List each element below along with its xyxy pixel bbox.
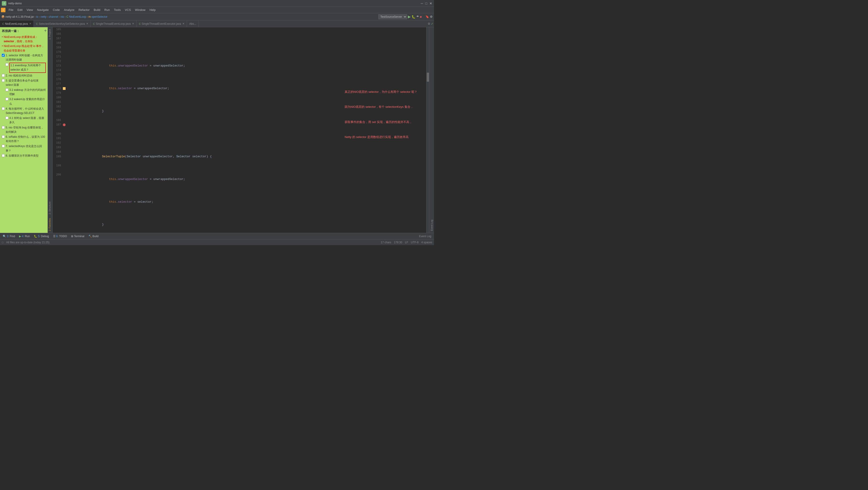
settings-button[interactable]: ⚙ [430, 15, 433, 19]
coverage-button[interactable]: ☂ [416, 15, 419, 19]
debug-tool-button[interactable]: 🐛 5: Debug [32, 234, 51, 238]
menu-vcs[interactable]: VCS [123, 7, 133, 12]
nav-nioeventloop[interactable]: NioEventLoop [69, 15, 86, 19]
terminal-label: Terminal [74, 235, 84, 238]
todo-label: TODO [59, 235, 67, 238]
check-item-3-2: 3.2 wakenUp 变量的作用是什么 [2, 97, 46, 106]
checkbox-4[interactable] [2, 107, 5, 110]
tab-singlethreadeventexecutor[interactable]: C SingleThreadEventExecutor.java ✕ [136, 21, 187, 27]
todo-button[interactable]: ☰ 6: TODO [51, 234, 69, 238]
check-item-6: 6. ioRatio 控制什么，设置为 100 有何作用？ [2, 135, 46, 144]
checkbox-5[interactable] [2, 126, 5, 129]
tab-icon-executor: C [139, 23, 141, 25]
find-button[interactable]: 🔍 3: Find [1, 234, 17, 238]
check-item-2: 2. nio 线程在何时启动 [2, 73, 46, 78]
side-panel-tabs: 1: Project 2: Structure 2: Favorites [48, 27, 53, 233]
run-tool-icon: ▶ [19, 235, 21, 238]
encoding[interactable]: UTF-8 [411, 241, 418, 244]
nav-nio[interactable]: nio [61, 15, 64, 19]
code-line-171: this.selector = selector; [70, 195, 422, 200]
menu-tools[interactable]: Tools [112, 7, 123, 12]
nav-bar: 📦 netty-all-4.1.39.Final.jar › io › nett… [0, 13, 434, 21]
checkbox-4-1[interactable] [5, 116, 8, 119]
code-line-167: } [70, 104, 422, 109]
run-config-select[interactable]: TestSourceServer [378, 14, 407, 19]
menu-edit[interactable]: Edit [16, 7, 24, 12]
right-side-panel: Event Log [429, 27, 434, 233]
project-tab[interactable]: 1: Project [48, 27, 53, 41]
menu-file[interactable]: File [7, 7, 15, 12]
build-button[interactable]: 🔨 Build [87, 234, 100, 238]
menu-code[interactable]: Code [51, 7, 62, 12]
bookmark-button[interactable]: 🔖 [425, 15, 429, 19]
tab-selectedselection[interactable]: C SelectedSelectionKeySetSelector.java ✕ [34, 21, 91, 27]
close-button[interactable]: ✕ [430, 2, 432, 5]
checkbox-3-2[interactable] [5, 98, 8, 100]
event-log-bottom[interactable]: Event Log [417, 235, 433, 238]
tab-close-singlethread[interactable]: ✕ [132, 22, 134, 25]
menu-window[interactable]: Window [133, 7, 147, 12]
checkbox-2[interactable] [2, 74, 5, 77]
event-log-tab[interactable]: Event Log [430, 218, 434, 233]
checkbox-8[interactable] [2, 154, 5, 157]
breakpoint-178[interactable] [63, 87, 66, 90]
run-tool-label: Run [25, 235, 30, 238]
checkbox-7[interactable] [2, 145, 5, 148]
tab-close-executor[interactable]: ✕ [182, 22, 184, 25]
indent[interactable]: 4 spaces [421, 241, 432, 244]
code-line-170: this.unwrappedSelector = unwrappedSelect… [70, 173, 422, 177]
vertical-scrollbar[interactable] [426, 27, 429, 233]
cursor-position[interactable]: 178:30 [394, 241, 402, 244]
main-layout: + 再强调一遍： • NioEventLoop 的重要组成：selector，线… [0, 27, 434, 233]
menu-navigate[interactable]: Navigate [35, 7, 50, 12]
nav-channel[interactable]: channel [49, 15, 58, 19]
note-item-2: • NioEventLoop 既会处理 io 事件，也会处理普通任务 [2, 44, 46, 53]
tab-bar: C NioEventLoop.java ✕ C SelectedSelectio… [0, 21, 434, 27]
build-icon: 🔨 [89, 235, 92, 238]
debug-button[interactable]: 🐛 [411, 15, 415, 19]
menu-refactor[interactable]: Refactor [77, 7, 91, 12]
add-note-button[interactable]: + [44, 28, 47, 33]
terminal-button[interactable]: ⊞ Terminal [69, 234, 86, 238]
stop-button[interactable]: ■ [420, 15, 422, 19]
check-item-1: 1. selector 何时创建 - 在构造方法调用时创建 [2, 53, 46, 62]
nav-openselector[interactable]: openSelector [91, 15, 107, 19]
menu-help[interactable]: Help [148, 7, 157, 12]
checkbox-6[interactable] [2, 135, 5, 138]
run-tool-button[interactable]: ▶ 4: Run [17, 234, 32, 238]
gutter [63, 27, 68, 233]
menu-build[interactable]: Build [92, 7, 102, 12]
find-num: 3: [7, 235, 9, 238]
editor-settings-button[interactable]: ⚙ [428, 22, 430, 25]
menu-view[interactable]: View [25, 7, 35, 12]
line-ending[interactable]: LF [405, 241, 408, 244]
run-button[interactable]: ▶ [408, 14, 411, 19]
structure-tab[interactable]: 2: Structure [48, 200, 53, 216]
tab-close-nioeventloop[interactable]: ✕ [29, 22, 31, 25]
breakpoint-187[interactable] [63, 123, 66, 126]
statusbar-right: 17 chars 178:30 LF UTF-8 4 spaces [381, 241, 432, 244]
checkbox-3-1[interactable] [5, 88, 8, 91]
nav-io[interactable]: io [36, 15, 38, 19]
checkbox-1-1[interactable] [5, 63, 8, 66]
tab-close-selectedselection[interactable]: ✕ [86, 22, 88, 25]
code-editor: 165 166 167 168 169 170 171 172 173 174 … [53, 27, 429, 233]
code-container[interactable]: 165 166 167 168 169 170 171 172 173 174 … [53, 27, 429, 233]
minimize-button[interactable]: ─ [421, 2, 423, 5]
tab-icon-nioeventloop: C [2, 23, 4, 25]
statusbar-left: □ All files are up-to-date (today 21:25) [2, 241, 50, 244]
scrollbar-thumb[interactable] [427, 73, 429, 82]
menu-run[interactable]: Run [102, 7, 112, 12]
menu-bar: ✦ File Edit View Navigate Code Analyze R… [0, 7, 434, 13]
checkbox-3[interactable] [2, 79, 5, 82]
tab-singlethreadeventloop[interactable]: C SingleThreadEventLoop.java ✕ [91, 21, 136, 27]
menu-analyze[interactable]: Analyze [62, 7, 76, 12]
tab-nioeventloop[interactable]: C NioEventLoop.java ✕ [0, 21, 34, 27]
favorites-tab[interactable]: 2: Favorites [48, 216, 53, 233]
tab-abs[interactable]: Abs... [187, 21, 199, 27]
debug-tool-icon: 🐛 [34, 235, 37, 238]
nav-netty[interactable]: netty [41, 15, 46, 19]
maximize-button[interactable]: □ [425, 2, 427, 5]
checkbox-1[interactable] [2, 54, 5, 57]
find-label: Find [10, 235, 15, 238]
